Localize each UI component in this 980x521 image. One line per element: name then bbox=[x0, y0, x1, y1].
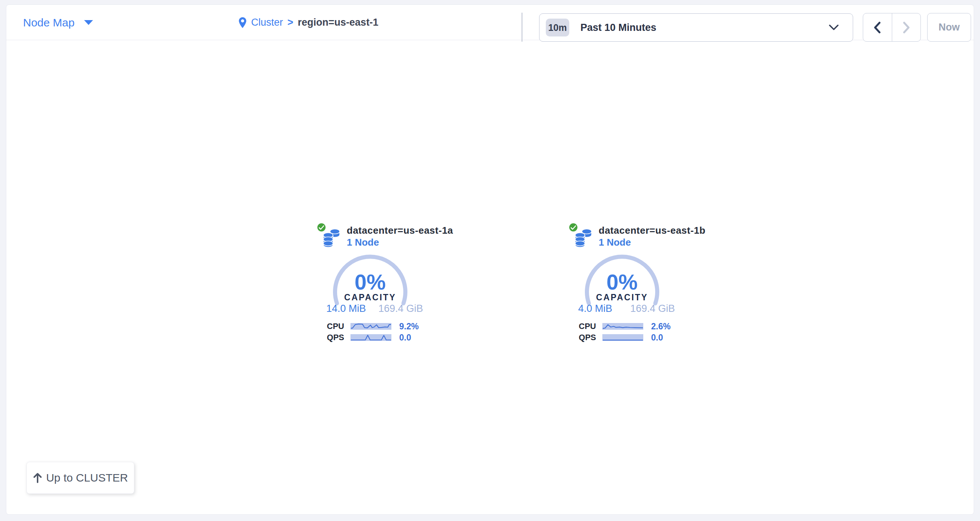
metric-row-qps: QPS 0.0 bbox=[314, 334, 426, 341]
breadcrumb: Cluster > region=us-east-1 bbox=[239, 5, 379, 40]
database-stack-icon bbox=[574, 228, 592, 248]
chevron-right-icon bbox=[903, 22, 910, 33]
capacity-percent: 0% bbox=[314, 269, 426, 294]
metric-row-qps: QPS 0.0 bbox=[566, 334, 678, 341]
main-panel: Node Map Cluster > region=us-east-1 10m … bbox=[6, 5, 974, 515]
view-selector[interactable]: Node Map bbox=[23, 5, 93, 40]
metric-label: CPU bbox=[566, 322, 596, 331]
metric-value: 2.6% bbox=[651, 322, 670, 331]
capacity-percent: 0% bbox=[566, 269, 678, 294]
metric-row-cpu: CPU 9.2% bbox=[314, 323, 426, 330]
capacity-values: 14.0 MiB 169.4 GiB bbox=[314, 303, 426, 314]
metric-label: QPS bbox=[566, 333, 596, 343]
locality-name: datacenter=us-east-1a bbox=[347, 225, 453, 236]
metric-value: 9.2% bbox=[399, 322, 418, 331]
cpu-sparkline bbox=[602, 323, 643, 330]
up-to-cluster-label: Up to CLUSTER bbox=[46, 472, 128, 484]
breadcrumb-current: region=us-east-1 bbox=[298, 17, 379, 28]
cpu-sparkline bbox=[350, 323, 391, 330]
up-to-cluster-button[interactable]: Up to CLUSTER bbox=[26, 462, 134, 494]
time-step-buttons bbox=[863, 13, 921, 42]
qps-sparkline bbox=[602, 334, 643, 341]
capacity-total: 169.4 GiB bbox=[379, 303, 423, 314]
time-range-badge: 10m bbox=[546, 19, 569, 37]
capacity-total: 169.4 GiB bbox=[630, 303, 675, 314]
breadcrumb-separator: > bbox=[288, 17, 294, 28]
locality-node-count[interactable]: 1 Node bbox=[599, 237, 631, 248]
locality-node-count[interactable]: 1 Node bbox=[347, 237, 379, 248]
metric-value: 0.0 bbox=[399, 333, 411, 343]
capacity-caption: CAPACITY bbox=[314, 293, 426, 303]
capacity-caption: CAPACITY bbox=[566, 293, 678, 303]
arrow-up-icon bbox=[33, 473, 42, 483]
chevron-left-icon bbox=[873, 22, 881, 33]
view-selector-label[interactable]: Node Map bbox=[23, 16, 75, 29]
caret-down-icon bbox=[84, 20, 93, 25]
prev-time-button[interactable] bbox=[863, 13, 892, 41]
metric-value: 0.0 bbox=[651, 333, 663, 343]
locality-name: datacenter=us-east-1b bbox=[599, 225, 705, 236]
header-divider bbox=[522, 13, 522, 42]
breadcrumb-cluster-link[interactable]: Cluster bbox=[251, 17, 283, 28]
next-time-button[interactable] bbox=[892, 13, 921, 41]
metric-label: CPU bbox=[314, 322, 344, 331]
time-range-select[interactable]: 10m Past 10 Minutes bbox=[539, 13, 853, 42]
metric-row-cpu: CPU 2.6% bbox=[566, 323, 678, 330]
header-bar: Node Map Cluster > region=us-east-1 10m … bbox=[6, 5, 974, 40]
locality-card-us-east-1b[interactable]: datacenter=us-east-1b 1 Node 0% CAPACITY… bbox=[566, 223, 678, 345]
metric-label: QPS bbox=[314, 333, 344, 343]
chevron-down-icon bbox=[829, 25, 838, 30]
locality-card-us-east-1a[interactable]: datacenter=us-east-1a 1 Node 0% CAPACITY… bbox=[314, 223, 426, 345]
now-button[interactable]: Now bbox=[927, 13, 971, 42]
healthy-check-icon bbox=[568, 223, 578, 232]
capacity-values: 4.0 MiB 169.4 GiB bbox=[566, 303, 678, 314]
time-range-label: Past 10 Minutes bbox=[581, 22, 656, 33]
capacity-used: 4.0 MiB bbox=[578, 303, 612, 314]
healthy-check-icon bbox=[317, 223, 326, 232]
database-stack-icon bbox=[323, 228, 340, 248]
capacity-used: 14.0 MiB bbox=[326, 303, 366, 314]
qps-sparkline bbox=[350, 334, 391, 341]
location-pin-icon bbox=[239, 17, 247, 29]
